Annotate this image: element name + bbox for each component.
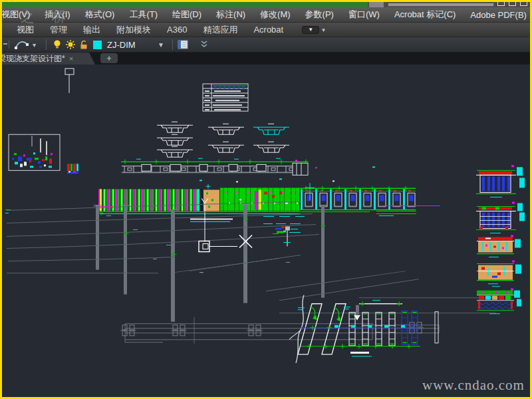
file-tab-active[interactable]: 梁现浇支架设计图* ×: [2, 53, 95, 65]
menu-window[interactable]: 窗口(W): [341, 9, 387, 21]
layer-thaw-sun-icon[interactable]: [65, 39, 76, 51]
schedule-table: [203, 84, 248, 111]
toolbar-separator: [46, 39, 47, 50]
ribbon-tab-output[interactable]: 输出: [75, 24, 108, 36]
staging-plan-detail: [289, 295, 438, 363]
window-title-bar: [2, 2, 530, 7]
deck-elevation-strip: [121, 158, 309, 175]
window-maximize-button[interactable]: [509, 2, 516, 6]
toolbar-separator: [172, 39, 173, 50]
ribbon-tab-addins[interactable]: 附加模块: [108, 24, 159, 36]
window-minimize-button[interactable]: [497, 2, 505, 6]
ribbon-tab-a360[interactable]: A360: [159, 25, 195, 35]
cad-drawing: www.cndao.com: [2, 65, 530, 397]
file-tab-bar: 梁现浇支架设计图* × +: [2, 53, 530, 65]
infocenter-search-field[interactable]: [388, 3, 494, 7]
layer-dropdown-caret-icon[interactable]: ▼: [158, 41, 164, 49]
title-bar-accent: [2, 2, 368, 7]
menu-acrobat-comments[interactable]: Acrobat 标记(C): [387, 9, 463, 21]
app-window-frame: 视图(V) 插入(I) 格式(O) 工具(T) 绘图(D) 标注(N) 修改(M…: [0, 0, 532, 399]
ribbon-tab-manage[interactable]: 管理: [42, 24, 75, 36]
layer-on-bulb-icon[interactable]: [51, 39, 63, 51]
file-tab-label: 梁现浇支架设计图*: [2, 53, 65, 65]
menu-tools[interactable]: 工具(T): [122, 9, 165, 21]
ribbon-tab-bar: 视图 管理 输出 附加模块 A360 精选应用 Acrobat ▼ ▾: [2, 23, 530, 37]
piers-and-ground: [7, 201, 504, 343]
layer-panel-icon[interactable]: [178, 39, 190, 51]
file-tab-close-icon[interactable]: ×: [69, 55, 73, 63]
new-tab-button[interactable]: +: [100, 53, 118, 63]
site-watermark: www.cndao.com: [422, 377, 525, 393]
ribbon-tab-featured-apps[interactable]: 精选应用: [195, 24, 245, 36]
color-key-block: [67, 164, 78, 174]
ribbon-tab-view[interactable]: 视图: [9, 24, 42, 36]
plus-icon: +: [106, 55, 111, 63]
window-close-button[interactable]: [520, 2, 527, 6]
layer-unlock-icon[interactable]: [78, 39, 90, 51]
ribbon-tab-acrobat[interactable]: Acrobat: [245, 25, 291, 35]
window-controls: [497, 2, 527, 6]
layer-color-swatch[interactable]: [93, 41, 102, 49]
support-cross-sections: [476, 165, 525, 313]
toolbar-collapse-chevron-icon[interactable]: [200, 39, 209, 51]
spline-tool-button[interactable]: ▾: [12, 39, 42, 51]
menu-draw[interactable]: 绘图(D): [165, 9, 209, 21]
cursor-artifact-top: [65, 68, 74, 93]
partial-toolbar-icon[interactable]: [3, 41, 9, 49]
spline-flyout-caret-icon: ▾: [33, 41, 36, 49]
menu-bar: 视图(V) 插入(I) 格式(O) 工具(T) 绘图(D) 标注(N) 修改(M…: [2, 7, 530, 23]
menu-parametric[interactable]: 参数(P): [298, 9, 341, 21]
menu-dimension[interactable]: 标注(N): [209, 9, 253, 21]
layers-toolbar: ▾ ZJ-DIM ▼: [2, 37, 530, 53]
menu-format[interactable]: 格式(O): [78, 9, 122, 21]
menu-adobe-pdf[interactable]: Adobe PDF(B): [463, 10, 530, 20]
menu-insert[interactable]: 插入(I): [37, 9, 77, 21]
menu-modify[interactable]: 修改(M): [253, 9, 298, 21]
ribbon-minimize-button[interactable]: ▼: [302, 26, 319, 34]
ribbon-minimize-caret-icon[interactable]: ▾: [322, 27, 325, 33]
menu-view[interactable]: 视图(V): [2, 9, 37, 21]
autocad-application: 视图(V) 插入(I) 格式(O) 工具(T) 绘图(D) 标注(N) 修改(M…: [2, 2, 530, 397]
title-bar-segment: [369, 2, 384, 7]
overview-inset: [9, 134, 60, 170]
layer-name-combobox[interactable]: ZJ-DIM: [104, 40, 156, 50]
spline-icon: [14, 39, 30, 50]
drawing-canvas[interactable]: www.cndao.com: [2, 65, 530, 397]
girder-sections: [157, 122, 289, 157]
